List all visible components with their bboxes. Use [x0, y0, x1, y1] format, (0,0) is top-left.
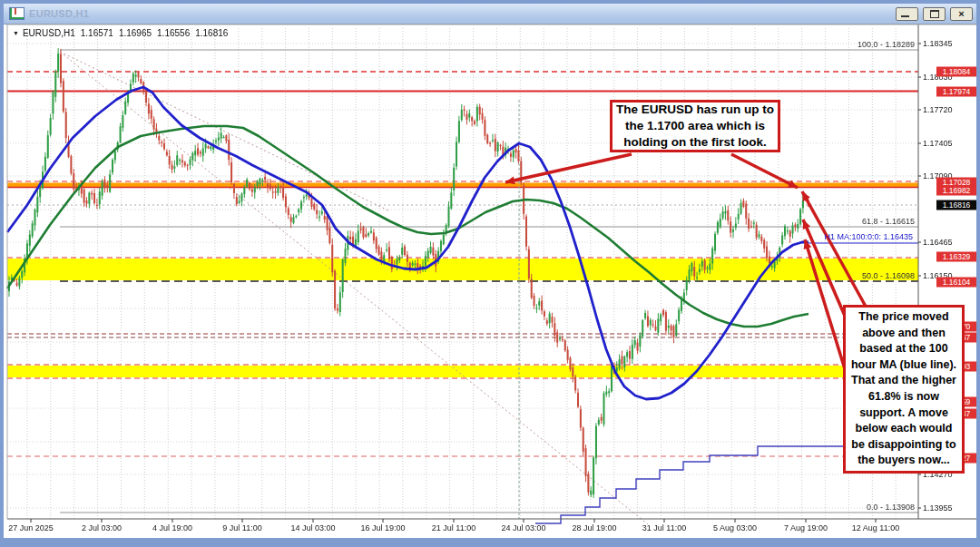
price-level-badge: 1.17974	[936, 87, 976, 97]
annotation-line: The price moved	[846, 309, 962, 326]
annotation-line: the 1.1700 area which is	[612, 118, 778, 134]
time-axis-label: 21 Jul 11:00	[432, 523, 475, 532]
time-axis-label: 24 Jul 03:00	[501, 523, 545, 532]
time-axis-label: 5 Aug 03:00	[713, 523, 757, 532]
price-level-badge: 1.16329	[936, 252, 976, 262]
ohlc-close: 1.16816	[195, 28, 228, 38]
price-axis-label: 1.18345	[923, 39, 953, 48]
ohlc-symbol: EURUSD,H1	[23, 28, 75, 38]
annotation-line: holding on the first look.	[612, 134, 778, 151]
ohlc-header: ▼EURUSD,H11.165711.169651.165561.16816	[13, 28, 233, 38]
ohlc-low: 1.16556	[157, 28, 190, 38]
annotation-box-ma-support[interactable]: The price movedabove and thenbased at th…	[843, 305, 965, 474]
time-axis-label: 12 Aug 11:00	[852, 523, 899, 532]
annotation-line: 61.8% is now	[846, 389, 962, 405]
time-axis-label: 4 Jul 19:00	[152, 523, 192, 532]
price-level-badge: 1.17028	[936, 178, 976, 188]
application-window: EURUSD,H1 × ▼EURUSD,H11.165711.169651.16…	[0, 0, 980, 547]
price-level-badge: 1.16816	[936, 200, 976, 210]
annotation-box-1700-area[interactable]: The EURUSD has run up tothe 1.1700 area …	[610, 100, 780, 152]
price-level-badge: 1.18084	[936, 67, 976, 77]
annotation-line: The EURUSD has run up to	[612, 102, 778, 118]
time-axis-label: 31 Jul 11:00	[642, 523, 686, 532]
annotation-line: That and the higher	[846, 373, 962, 389]
time-axis-label: 27 Jun 2025	[8, 523, 54, 532]
fibonacci-level-label: 61.8 - 1.16615	[862, 217, 915, 226]
annotation-line: above and then	[846, 326, 962, 342]
time-axis-label: 28 Jul 19:00	[572, 523, 616, 532]
price-axis-label: 1.16465	[923, 238, 953, 247]
time-axis-label: 2 Jul 03:00	[82, 523, 122, 532]
fibonacci-level-label: 100.0 - 1.18289	[858, 40, 915, 49]
annotation-line: the buyers now...	[846, 453, 962, 469]
time-axis-label: 16 Jul 19:00	[360, 523, 405, 532]
fibonacci-level-label: 50.0 - 1.16098	[862, 271, 915, 280]
annotation-line: support. A move	[846, 405, 962, 422]
annotation-line: below each would	[846, 421, 962, 437]
symbol-dropdown-icon[interactable]: ▼	[13, 30, 19, 36]
time-axis-label: 14 Jul 03:00	[290, 523, 335, 532]
time-axis-label: 7 Aug 19:00	[784, 523, 828, 532]
fibonacci-level-label: 0.0 - 1.13908	[867, 503, 915, 512]
annotation-line: based at the 100	[846, 341, 962, 357]
price-axis-label: 1.17405	[923, 139, 953, 148]
ohlc-open: 1.16571	[81, 28, 113, 38]
ma-level-label: H1 MA:100:0:0: 1.16435	[824, 232, 913, 241]
annotation-line: be disappointing to	[846, 437, 962, 454]
ohlc-high: 1.16965	[119, 28, 152, 38]
price-axis-label: 1.17720	[923, 105, 953, 114]
chart-canvas[interactable]	[0, 0, 980, 547]
price-level-badge: 1.16104	[936, 278, 976, 288]
time-axis-label: 9 Jul 11:00	[222, 523, 261, 532]
annotation-line: hour MA (blue line).	[846, 357, 962, 374]
price-axis-label: 1.13955	[923, 503, 953, 513]
